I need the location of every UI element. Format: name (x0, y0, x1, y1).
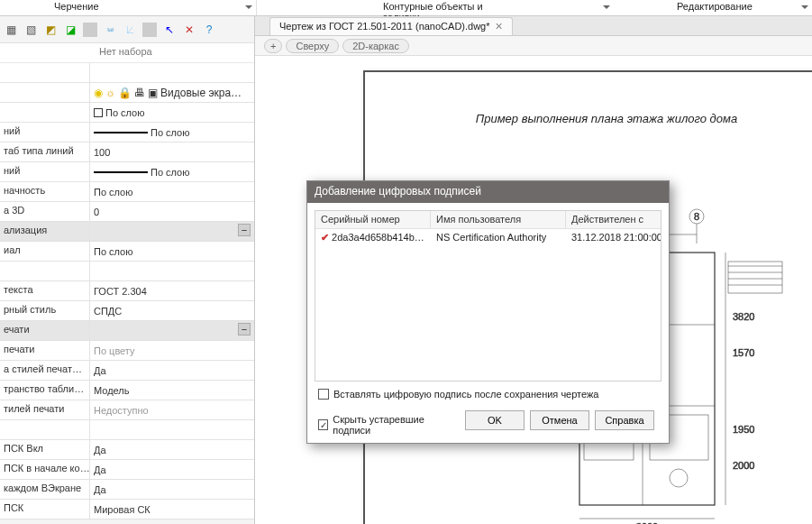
tab-title: Чертеж из ГОСТ 21.501-2011 (nanoCAD).dwg… (279, 21, 490, 32)
top-menu-bar: Черчение Контурные объекты и заливки Ред… (0, 0, 812, 16)
prop-row-color[interactable]: По слою (0, 103, 254, 123)
prop-value: По слою (151, 127, 190, 138)
prop-row-plotstyle[interactable]: печати По цвету (0, 341, 254, 361)
col-user[interactable]: Имя пользователя (431, 211, 566, 228)
checkbox-icon[interactable] (318, 389, 329, 400)
prop-value: Недоступно (90, 400, 254, 419)
prop-row-dimstyle[interactable]: рный стиль СПДС (0, 301, 254, 321)
noset-text: Нет набора (99, 46, 152, 57)
svg-point-14 (670, 469, 688, 487)
prop-value: Да (90, 480, 254, 499)
prop-label: а стилей печат… (0, 361, 90, 380)
checkbox-icon[interactable]: ✓ (318, 419, 328, 430)
tool-filter-icon[interactable]: ⎃ (103, 23, 117, 37)
viewport-label: Видовые экра… (160, 87, 242, 99)
cell-valid: 31.12.2018 21:00:00 (566, 229, 661, 247)
prop-label: рный стиль (0, 301, 90, 320)
cancel-button[interactable]: Отмена (530, 410, 589, 430)
dialog-body: Серийный номер Имя пользователя Действит… (307, 203, 669, 443)
checkbox-label: Вставлять цифровую подпись после сохране… (333, 389, 599, 400)
prop-value: Модель (90, 381, 254, 400)
lock-icon[interactable]: 🔒 (118, 87, 132, 99)
prop-label: ний (0, 162, 90, 181)
prop-row-ltscale[interactable]: таб типа линий 100 (0, 142, 254, 162)
separator (142, 23, 157, 37)
viewport-icon[interactable]: ▣ (148, 87, 158, 99)
tool-clear-icon[interactable]: ✕ (182, 23, 196, 37)
prop-row-stylesheet[interactable]: тилей печати Недоступно (0, 400, 254, 420)
drawing-title: Пример выполнения плана этажа жилого дом… (365, 112, 812, 125)
tool-help-icon[interactable]: ? (202, 23, 216, 37)
table-header: Серийный номер Имя пользователя Действит… (315, 211, 661, 229)
group-label: ализация (0, 222, 90, 241)
cell-user: NS Certification Authority (431, 229, 566, 247)
group-print[interactable]: ечати − (0, 321, 254, 341)
prop-row-textstyle[interactable]: текста ГОСТ 2.304 (0, 281, 254, 301)
prop-row-material[interactable]: иал По слою (0, 242, 254, 262)
check-icon: ✔ (321, 232, 329, 243)
tool-layer-icon[interactable]: ◪ (63, 23, 78, 37)
prop-row-plottable[interactable]: а стилей печат… Да (0, 361, 254, 381)
prop-row-ucson[interactable]: ПСК Вкл Да (0, 440, 254, 460)
menu-drawing[interactable]: Черчение (0, 0, 257, 15)
prop-row-3d[interactable]: а 3D 0 (0, 202, 254, 222)
prop-row-linetype[interactable]: ний По слою (0, 123, 254, 142)
prop-label: транство табли… (0, 381, 90, 400)
checkbox-label: Скрыть устаревшие подписи (333, 414, 454, 436)
col-serial[interactable]: Серийный номер (315, 211, 431, 228)
table-row[interactable]: ✔ 2da3a4d658b414b… NS Certification Auth… (315, 229, 661, 247)
tool-region-icon[interactable]: ▧ (23, 23, 38, 37)
checkbox-hide-outdated[interactable]: ✓ Скрыть устаревшие подписи (318, 414, 454, 436)
svg-text:2000: 2000 (733, 460, 754, 471)
prop-label: каждом ВЭкране (0, 480, 90, 499)
prop-row-opacity[interactable]: начность По слою (0, 182, 254, 202)
svg-text:1570: 1570 (733, 347, 754, 358)
prop-value: Да (90, 440, 254, 459)
prop-row-space[interactable]: транство табли… Модель (0, 381, 254, 400)
line-sample-icon (94, 132, 148, 133)
group-label: ечати (0, 321, 90, 340)
prop-row-ucsorigin[interactable]: ПСК в начале ко… Да (0, 460, 254, 480)
add-view-button[interactable]: + (264, 39, 282, 53)
menu-contours[interactable]: Контурные объекты и заливки (257, 0, 614, 15)
prop-row-ucsname[interactable]: ПСК Мировая СК (0, 500, 254, 519)
prop-value: 0 (90, 202, 254, 221)
prop-value: По цвету (90, 341, 254, 360)
prop-row-ucsvp[interactable]: каждом ВЭкране Да (0, 480, 254, 500)
menu-editing[interactable]: Редактирование (614, 0, 812, 15)
prop-value: По слою (90, 242, 254, 261)
help-button[interactable]: Справка (595, 410, 654, 430)
tab-drawing[interactable]: Чертеж из ГОСТ 21.501-2011 (nanoCAD).dwg… (269, 17, 513, 35)
prop-label: иал (0, 242, 90, 261)
ok-button[interactable]: OK (465, 410, 525, 430)
prop-value: По слою (90, 182, 254, 201)
view-2dframe[interactable]: 2D-каркас (342, 39, 409, 53)
prop-label: печати (0, 341, 90, 360)
view-top[interactable]: Сверху (286, 39, 339, 53)
dialog-buttons: OK Отмена Справка (458, 410, 661, 439)
prop-label: начность (0, 182, 90, 201)
sun-icon[interactable]: ☼ (105, 87, 115, 99)
prop-value: Мировая СК (90, 500, 254, 519)
tool-select-icon[interactable]: ▦ (4, 23, 18, 37)
prop-row-lineweight[interactable]: ний По слою (0, 162, 254, 182)
dialog-title: Добавление цифровых подписей (307, 181, 669, 203)
tool-group-icon[interactable]: ◩ (43, 23, 58, 37)
collapse-icon[interactable]: − (238, 224, 251, 236)
collapse-icon[interactable]: − (238, 323, 251, 336)
tool-cursor-icon[interactable]: ↖ (162, 23, 177, 37)
close-icon[interactable]: × (496, 22, 503, 31)
document-tabs: Чертеж из ГОСТ 21.501-2011 (nanoCAD).dwg… (255, 16, 812, 36)
svg-text:3820: 3820 (733, 311, 754, 322)
cell-serial: 2da3a4d658b414b… (332, 232, 424, 243)
prop-row-empty (0, 262, 254, 281)
checkbox-insert-after-save[interactable]: Вставлять цифровую подпись после сохране… (318, 389, 658, 400)
svg-text:1950: 1950 (733, 424, 754, 435)
bulb-icon[interactable]: ◉ (94, 87, 103, 99)
group-visualization[interactable]: ализация − (0, 222, 254, 242)
prop-value: СПДС (90, 301, 254, 320)
property-grid: ◉ ☼ 🔒 🖶 ▣ Видовые экра… По слою ний По с… (0, 63, 254, 524)
col-valid[interactable]: Действителен с (566, 211, 661, 228)
print-icon[interactable]: 🖶 (134, 87, 145, 99)
tool-mark-icon[interactable]: ⟀ (123, 23, 137, 37)
